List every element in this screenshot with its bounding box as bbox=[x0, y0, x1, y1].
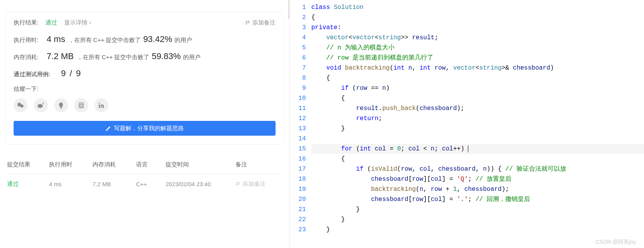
th-time: 执行用时 bbox=[49, 161, 92, 168]
result-card: 执行结果: 通过 显示详情 › 添加备注 执行用时: 4 ms ，在所有 C++… bbox=[5, 12, 284, 145]
memory-suffix: 的用户 bbox=[183, 54, 201, 61]
code-line[interactable]: } bbox=[311, 204, 644, 215]
show-detail-link[interactable]: 显示详情 › bbox=[64, 19, 91, 26]
wechat-icon[interactable] bbox=[14, 98, 28, 112]
linkedin-icon[interactable] bbox=[94, 98, 108, 112]
code-line[interactable]: for (int col = 0; col < n; col++) bbox=[311, 144, 644, 154]
td-note-label: 添加备注 bbox=[243, 180, 266, 188]
add-note-label: 添加备注 bbox=[252, 19, 276, 26]
memory-label: 内存消耗: bbox=[14, 54, 47, 61]
th-lang: 语言 bbox=[136, 161, 166, 168]
code-line[interactable]: return; bbox=[311, 114, 644, 124]
th-result: 提交结果 bbox=[7, 161, 49, 168]
table-header: 提交结果 执行用时 内存消耗 语言 提交时间 备注 bbox=[5, 155, 284, 174]
code-line[interactable]: class Solution bbox=[311, 2, 644, 12]
th-date: 提交时间 bbox=[166, 161, 236, 168]
weibo-icon[interactable] bbox=[34, 98, 48, 112]
code-line[interactable]: private: bbox=[311, 23, 644, 33]
write-solution-button[interactable]: 写题解，分享我的解题思路 bbox=[14, 121, 276, 136]
share-label: 炫耀一下: bbox=[14, 86, 276, 93]
svg-point-2 bbox=[38, 104, 43, 108]
flag-icon bbox=[245, 20, 251, 26]
th-note: 备注 bbox=[236, 161, 282, 168]
code-editor[interactable]: 1234567891011121314151617181920212223 cl… bbox=[290, 0, 644, 248]
runtime-prefix: ，在所有 C++ 提交中击败了 bbox=[68, 37, 141, 44]
code-line[interactable]: { bbox=[311, 93, 644, 103]
memory-pct: 59.83% bbox=[152, 51, 181, 61]
qq-icon[interactable] bbox=[54, 98, 68, 112]
runtime-value: 4 ms bbox=[47, 34, 65, 44]
runtime-row: 执行用时: 4 ms ，在所有 C++ 提交中击败了 93.42% 的用户 bbox=[14, 34, 276, 44]
code-line[interactable] bbox=[311, 134, 644, 144]
result-header: 执行结果: 通过 显示详情 › 添加备注 bbox=[14, 19, 276, 26]
th-mem: 内存消耗 bbox=[92, 161, 136, 168]
code-line[interactable]: if (isValid(row, col, chessboard, n)) { … bbox=[311, 164, 644, 174]
share-icons bbox=[14, 98, 276, 112]
td-date: 2023/02/04 23:40 bbox=[166, 181, 236, 187]
testcases-value: 9 / 9 bbox=[61, 68, 82, 79]
code-line[interactable]: result.push_back(chessboard); bbox=[311, 103, 644, 114]
code-area[interactable]: class Solution{private: vector<vector<st… bbox=[311, 2, 644, 235]
code-line[interactable]: { bbox=[311, 12, 644, 23]
submissions-table: 提交结果 执行用时 内存消耗 语言 提交时间 备注 通过 4 ms 7.2 MB… bbox=[5, 155, 284, 194]
svg-rect-6 bbox=[79, 105, 84, 107]
code-line[interactable]: { bbox=[311, 73, 644, 83]
td-time: 4 ms bbox=[49, 181, 92, 187]
code-line[interactable]: if (row == n) bbox=[311, 83, 644, 93]
table-row[interactable]: 通过 4 ms 7.2 MB C++ 2023/02/04 23:40 添加备注 bbox=[5, 174, 284, 194]
memory-value: 7.2 MB bbox=[47, 51, 74, 61]
results-panel: 执行结果: 通过 显示详情 › 添加备注 执行用时: 4 ms ，在所有 C++… bbox=[0, 0, 290, 248]
td-lang: C++ bbox=[136, 181, 166, 187]
code-line[interactable]: } bbox=[311, 215, 644, 225]
result-status: 通过 bbox=[45, 19, 57, 26]
code-line[interactable]: // row 是当前递归到棋盘的第几行了 bbox=[311, 53, 644, 63]
code-line[interactable]: // n 为输入的棋盘大小 bbox=[311, 43, 644, 53]
memory-row: 内存消耗: 7.2 MB ，在所有 C++ 提交中击败了 59.83% 的用户 bbox=[14, 51, 276, 61]
td-result: 通过 bbox=[7, 180, 49, 188]
flag-icon bbox=[236, 182, 241, 187]
td-note[interactable]: 添加备注 bbox=[236, 180, 282, 188]
result-label: 执行结果: bbox=[14, 19, 38, 26]
douban-icon[interactable] bbox=[74, 98, 88, 112]
svg-rect-8 bbox=[99, 105, 100, 108]
testcases-label: 通过测试用例: bbox=[14, 71, 56, 78]
svg-point-9 bbox=[99, 103, 100, 104]
svg-point-1 bbox=[20, 105, 23, 108]
code-line[interactable]: chessboard[row][col] = 'Q'; // 放置皇后 bbox=[311, 174, 644, 184]
code-line[interactable]: void backtracking(int n, int row, vector… bbox=[311, 63, 644, 73]
line-gutter: 1234567891011121314151617181920212223 bbox=[290, 2, 311, 235]
pencil-icon bbox=[105, 125, 112, 131]
code-line[interactable]: { bbox=[311, 154, 644, 164]
runtime-suffix: 的用户 bbox=[175, 37, 192, 44]
runtime-pct: 93.42% bbox=[143, 34, 172, 44]
code-line[interactable]: } bbox=[311, 225, 644, 235]
code-line[interactable]: } bbox=[311, 124, 644, 134]
runtime-label: 执行用时: bbox=[14, 37, 47, 44]
code-line[interactable]: vector<vector<string>> result; bbox=[311, 33, 644, 43]
svg-point-4 bbox=[60, 107, 63, 108]
memory-prefix: ，在所有 C++ 提交中击败了 bbox=[77, 54, 150, 61]
td-mem: 7.2 MB bbox=[92, 181, 136, 187]
code-line[interactable]: chessboard[row][col] = '.'; // 回溯，撤销皇后 bbox=[311, 194, 644, 204]
code-line[interactable]: backtracking(n, row + 1, chessboard); bbox=[311, 184, 644, 194]
watermark: CSDN @阿亮joy. bbox=[595, 239, 637, 246]
add-note-button[interactable]: 添加备注 bbox=[245, 19, 276, 26]
svg-point-3 bbox=[59, 103, 63, 107]
testcases-row: 通过测试用例: 9 / 9 bbox=[14, 68, 276, 79]
write-solution-label: 写题解，分享我的解题思路 bbox=[114, 125, 184, 132]
